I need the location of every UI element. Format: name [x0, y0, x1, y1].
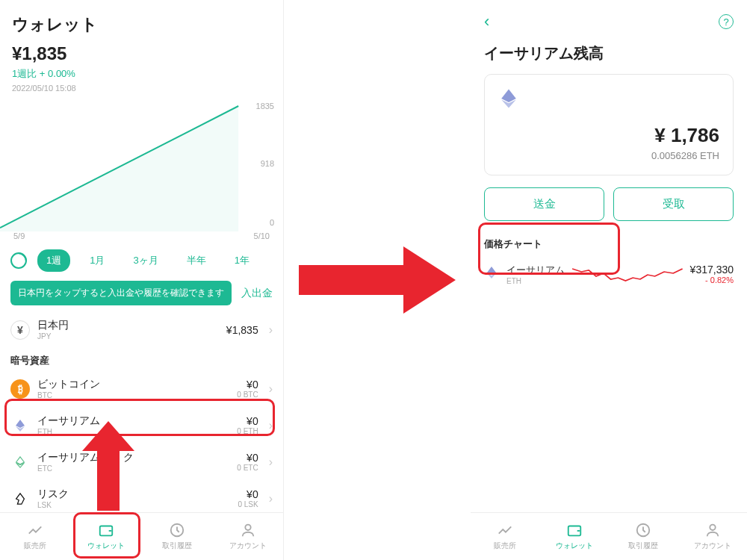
- price-change: - 0.82%: [690, 276, 734, 284]
- svg-marker-8: [82, 421, 134, 511]
- range-3m[interactable]: 3ヶ月: [124, 249, 167, 272]
- svg-marker-10: [501, 89, 516, 102]
- svg-marker-12: [487, 267, 496, 275]
- detail-title: イーサリアム残高: [471, 36, 747, 74]
- action-buttons: 送金 受取: [471, 175, 747, 233]
- sparkline-chart: [572, 263, 683, 285]
- tab-exchange[interactable]: 販売所: [0, 513, 71, 560]
- range-1m[interactable]: 1月: [81, 249, 114, 272]
- svg-point-7: [245, 525, 250, 530]
- detail-header: ‹ ?: [471, 0, 747, 36]
- svg-point-16: [710, 525, 715, 530]
- jpy-value: ¥1,835: [226, 324, 258, 336]
- balance-chart[interactable]: 1835 918 0: [0, 97, 283, 231]
- ethereum-icon: [10, 416, 30, 435]
- balance-card: ¥ 1,786 0.0056286 ETH: [484, 74, 734, 175]
- chevron-right-icon: ›: [269, 455, 273, 469]
- card-balance-jpy: ¥ 1,786: [498, 124, 719, 147]
- jpy-symbol: JPY: [37, 332, 219, 340]
- chevron-right-icon: ›: [269, 492, 273, 505]
- eth-balance-screen: ‹ ? イーサリアム残高 ¥ 1,786 0.0056286 ETH 送金 受取…: [471, 0, 747, 560]
- price-row-eth[interactable]: イーサリアム ETH ¥317,330 - 0.82%: [471, 255, 747, 293]
- deposit-withdraw-link[interactable]: 入出金: [241, 287, 273, 300]
- chart-xend: 5/10: [254, 231, 270, 240]
- asset-row-lsk[interactable]: リスクLSK ¥00 LSK ›: [0, 480, 283, 512]
- refresh-icon[interactable]: [10, 252, 27, 269]
- range-1y[interactable]: 1年: [226, 249, 258, 272]
- chevron-right-icon: ›: [269, 382, 273, 396]
- range-selector: 1週 1月 3ヶ月 半年 1年: [0, 240, 283, 275]
- tab-history[interactable]: 取引履歴: [609, 513, 678, 560]
- chart-ymid: 918: [261, 159, 274, 168]
- crypto-section-label: 暗号資産: [0, 348, 283, 370]
- jpy-tip: 日本円をタップすると入出金や履歴を確認できます: [10, 281, 232, 305]
- arrow-right-icon: [299, 246, 456, 314]
- timestamp: 2022/05/10 15:08: [12, 84, 271, 93]
- chart-xstart: 5/9: [13, 231, 25, 240]
- chart-xaxis: 5/9 5/10: [0, 231, 283, 240]
- asset-list: ¥ 日本円 JPY ¥1,835 › 暗号資産 ₿ ビットコインBTC ¥00 …: [0, 311, 283, 512]
- etc-icon: [10, 452, 30, 472]
- chart-ymin: 0: [270, 218, 274, 227]
- tab-account[interactable]: アカウント: [212, 513, 283, 560]
- receive-button[interactable]: 受取: [613, 187, 734, 221]
- svg-marker-1: [16, 420, 25, 428]
- wallet-screen: ウォレット ¥1,835 1週比 + 0.00% 2022/05/10 15:0…: [0, 0, 284, 560]
- ethereum-icon: [498, 88, 719, 109]
- chevron-right-icon: ›: [269, 419, 273, 432]
- svg-marker-9: [299, 246, 456, 314]
- tip-row: 日本円をタップすると入出金や履歴を確認できます 入出金: [0, 275, 283, 311]
- help-icon[interactable]: ?: [719, 14, 734, 29]
- tab-exchange[interactable]: 販売所: [471, 513, 540, 560]
- chevron-right-icon: ›: [269, 323, 273, 337]
- range-6m[interactable]: 半年: [178, 249, 215, 272]
- range-1w[interactable]: 1週: [37, 249, 70, 272]
- tab-bar: 販売所 ウォレット 取引履歴 アカウント: [471, 512, 747, 560]
- jpy-row[interactable]: ¥ 日本円 JPY ¥1,835 ›: [0, 311, 283, 348]
- tab-history[interactable]: 取引履歴: [142, 513, 213, 560]
- price-chart-label: 価格チャート: [471, 233, 747, 255]
- svg-marker-0: [0, 106, 238, 231]
- card-balance-eth: 0.0056286 ETH: [498, 150, 719, 161]
- page-title: ウォレット: [12, 13, 271, 36]
- price-symbol: ETH: [506, 277, 565, 285]
- total-balance: ¥1,835: [12, 43, 271, 64]
- arrow-up-icon: [82, 421, 134, 511]
- asset-row-etc[interactable]: イーサリアム クETC ¥00 ETC ›: [0, 444, 283, 480]
- yen-icon: ¥: [10, 320, 30, 340]
- bitcoin-icon: ₿: [10, 379, 30, 399]
- price-name: イーサリアム: [506, 264, 565, 277]
- back-button[interactable]: ‹: [484, 12, 489, 31]
- asset-row-btc[interactable]: ₿ ビットコインBTC ¥00 BTC ›: [0, 370, 283, 407]
- asset-row-eth[interactable]: イーサリアムETH ¥00 ETH ›: [0, 407, 283, 444]
- tab-wallet[interactable]: ウォレット: [540, 513, 610, 560]
- chart-ymax: 1835: [256, 102, 274, 111]
- price-value: ¥317,330: [690, 264, 734, 276]
- tab-bar: 販売所 ウォレット 取引履歴 アカウント: [0, 512, 283, 560]
- transition-arrow-area: [284, 0, 471, 560]
- tab-account[interactable]: アカウント: [678, 513, 748, 560]
- tab-wallet[interactable]: ウォレット: [71, 513, 142, 560]
- lisk-icon: [10, 489, 30, 508]
- wallet-header: ウォレット ¥1,835 1週比 + 0.00% 2022/05/10 15:0…: [0, 0, 283, 97]
- svg-marker-4: [16, 462, 25, 467]
- ethereum-icon: [484, 265, 499, 283]
- jpy-name: 日本円: [37, 319, 219, 332]
- balance-change: 1週比 + 0.00%: [12, 67, 271, 81]
- send-button[interactable]: 送金: [484, 187, 604, 221]
